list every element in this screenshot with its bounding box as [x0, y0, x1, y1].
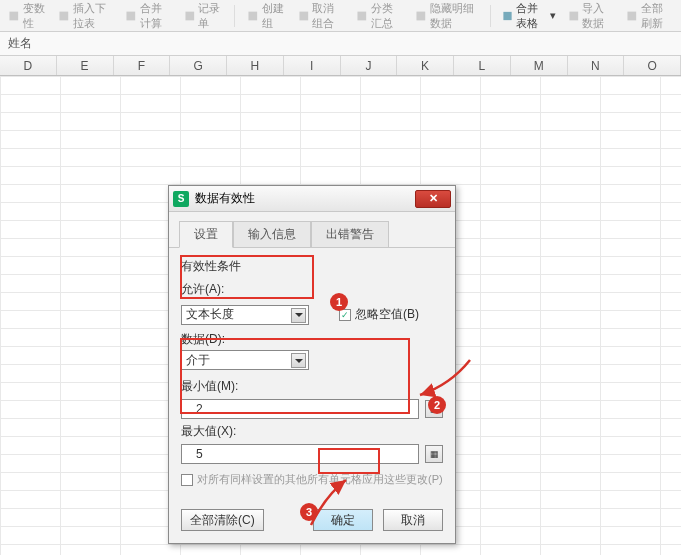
chevron-down-icon — [291, 353, 306, 368]
tool-subtotal[interactable]: 分类汇总 — [356, 1, 403, 31]
tool-refresh[interactable]: 全部刷新 — [626, 1, 673, 31]
ribbon-toolbar: 变数性 插入下拉表 合并计算 记录单 创建组 取消组合 分类汇总 隐藏明细数据 … — [0, 0, 681, 32]
annotation-badge-1: 1 — [330, 293, 348, 311]
clear-all-button[interactable]: 全部清除(C) — [181, 509, 264, 531]
svg-rect-5 — [299, 11, 308, 20]
col-header[interactable]: M — [511, 56, 568, 75]
col-header[interactable]: N — [568, 56, 625, 75]
col-header[interactable]: L — [454, 56, 511, 75]
tool-validity[interactable]: 变数性 — [8, 1, 46, 31]
tab-settings[interactable]: 设置 — [179, 221, 233, 248]
svg-rect-1 — [60, 11, 69, 20]
svg-rect-4 — [249, 11, 258, 20]
col-header[interactable]: F — [114, 56, 171, 75]
formula-bar[interactable]: 姓名 — [0, 32, 681, 56]
svg-rect-7 — [416, 11, 425, 20]
dialog-titlebar[interactable]: S 数据有效性 ✕ — [169, 186, 455, 212]
allow-label: 允许(A): — [181, 281, 443, 298]
tool-dropdown[interactable]: 插入下拉表 — [58, 1, 113, 31]
dialog-tabs: 设置 输入信息 出错警告 — [169, 212, 455, 248]
col-header[interactable]: G — [170, 56, 227, 75]
allow-select[interactable]: 文本长度 — [181, 305, 309, 325]
cell-content: 姓名 — [8, 35, 32, 52]
tool-consolidate[interactable]: 合并计算 — [125, 1, 172, 31]
range-picker-button[interactable]: ▦ — [425, 445, 443, 463]
col-header[interactable]: D — [0, 56, 57, 75]
max-label: 最大值(X): — [181, 423, 443, 440]
dialog-title: 数据有效性 — [195, 190, 255, 207]
tool-group[interactable]: 创建组 — [247, 1, 285, 31]
column-headers: D E F G H I J K L M N O — [0, 56, 681, 76]
data-validation-dialog: S 数据有效性 ✕ 设置 输入信息 出错警告 有效性条件 允许(A): 文本长度… — [168, 185, 456, 544]
col-header[interactable]: E — [57, 56, 114, 75]
col-header[interactable]: J — [341, 56, 398, 75]
tool-hidedetail[interactable]: 隐藏明细数据 — [415, 1, 478, 31]
svg-rect-10 — [628, 11, 637, 20]
col-header[interactable]: K — [397, 56, 454, 75]
annotation-badge-2: 2 — [428, 396, 446, 414]
cancel-button[interactable]: 取消 — [383, 509, 443, 531]
data-label: 数据(D): — [181, 331, 443, 348]
group-label: 有效性条件 — [181, 258, 443, 275]
svg-rect-8 — [504, 11, 512, 19]
tab-error-alert[interactable]: 出错警告 — [311, 221, 389, 248]
svg-rect-3 — [185, 11, 194, 20]
min-input[interactable]: 2 — [181, 399, 419, 419]
col-header[interactable]: O — [624, 56, 681, 75]
ok-button[interactable]: 确定 — [313, 509, 373, 531]
col-header[interactable]: I — [284, 56, 341, 75]
annotation-badge-3: 3 — [300, 503, 318, 521]
apply-all-checkbox[interactable]: 对所有同样设置的其他所有单元格应用这些更改(P) — [181, 472, 443, 487]
tab-input-message[interactable]: 输入信息 — [233, 221, 311, 248]
tool-merge-tables[interactable]: 合并表格 ▾ — [502, 1, 555, 31]
tool-import[interactable]: 导入数据 — [568, 1, 615, 31]
col-header[interactable]: H — [227, 56, 284, 75]
svg-rect-2 — [127, 11, 136, 20]
close-button[interactable]: ✕ — [415, 190, 451, 208]
max-input[interactable]: 5 — [181, 444, 419, 464]
tool-ungroup[interactable]: 取消组合 — [298, 1, 345, 31]
data-select[interactable]: 介于 — [181, 350, 309, 370]
min-label: 最小值(M): — [181, 378, 443, 395]
svg-rect-6 — [358, 11, 367, 20]
svg-rect-9 — [569, 11, 578, 20]
checkbox-icon — [181, 474, 193, 486]
chevron-down-icon — [291, 308, 306, 323]
svg-rect-0 — [9, 11, 18, 20]
tool-record[interactable]: 记录单 — [184, 1, 222, 31]
ignore-blank-checkbox[interactable]: ✓ 忽略空值(B) — [339, 306, 419, 323]
app-icon: S — [173, 191, 189, 207]
